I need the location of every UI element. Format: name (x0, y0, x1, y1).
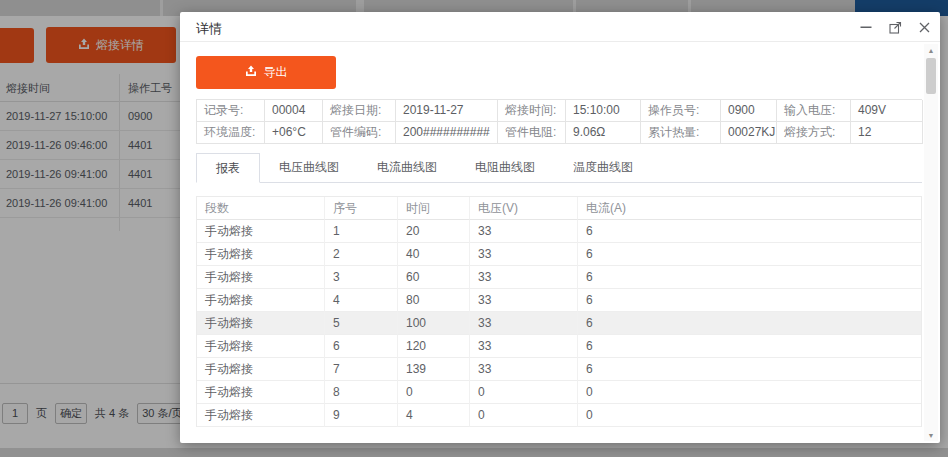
index-cell: 8 (325, 381, 398, 404)
scroll-thumb[interactable] (926, 58, 936, 94)
current-cell: 6 (578, 335, 921, 358)
segment-table-header: 段数序号时间电压(V)电流(A) (197, 197, 921, 220)
index-cell: 2 (325, 243, 398, 266)
segment-cell: 手动熔接 (197, 335, 325, 358)
segment-cell: 手动熔接 (197, 220, 325, 243)
info-cell: 管件编码: (323, 122, 396, 144)
time-cell: 20 (398, 220, 470, 243)
time-cell: 60 (398, 266, 470, 289)
info-cell: 操作员号: (641, 100, 721, 122)
voltage-cell: 33 (470, 335, 578, 358)
current-cell: 6 (578, 289, 921, 312)
voltage-cell: 33 (470, 289, 578, 312)
current-cell: 6 (578, 220, 921, 243)
index-cell: 7 (325, 358, 398, 381)
column-header: 段数 (197, 197, 325, 220)
index-cell: 6 (325, 335, 398, 358)
tab[interactable]: 电流曲线图 (358, 153, 456, 183)
info-cell: +06°C (265, 122, 323, 144)
index-cell: 4 (325, 289, 398, 312)
table-row[interactable]: 手动熔接 9 4 0 0 (197, 404, 921, 427)
info-cell: 输入电压: (777, 100, 851, 122)
table-row[interactable]: 手动熔接 8 0 0 0 (197, 381, 921, 404)
window-controls (858, 19, 932, 35)
segment-cell: 手动熔接 (197, 358, 325, 381)
maximize-button[interactable] (887, 19, 903, 35)
export-label: 导出 (264, 64, 288, 81)
voltage-cell: 33 (470, 358, 578, 381)
info-cell: 熔接日期: (323, 100, 396, 122)
minimize-button[interactable] (858, 19, 874, 35)
record-info-grid: 记录号:00004熔接日期:2019-11-27熔接时间:15:10:00操作员… (196, 99, 922, 144)
index-cell: 9 (325, 404, 398, 427)
column-header: 电压(V) (470, 197, 578, 220)
tab[interactable]: 电压曲线图 (260, 153, 358, 183)
table-row[interactable]: 手动熔接 3 60 33 6 (197, 266, 921, 289)
voltage-cell: 33 (470, 243, 578, 266)
info-cell: 200########## (396, 122, 498, 144)
scroll-down-arrow[interactable]: ▼ (924, 429, 938, 441)
info-cell: 0900 (721, 100, 777, 122)
segment-cell: 手动熔接 (197, 381, 325, 404)
table-row[interactable]: 手动熔接 6 120 33 6 (197, 335, 921, 358)
time-cell: 0 (398, 381, 470, 404)
current-cell: 0 (578, 404, 921, 427)
column-header: 序号 (325, 197, 398, 220)
info-cell: 累计热量: (641, 122, 721, 144)
info-cell: 熔接时间: (498, 100, 566, 122)
time-cell: 40 (398, 243, 470, 266)
index-cell: 1 (325, 220, 398, 243)
time-cell: 139 (398, 358, 470, 381)
time-cell: 4 (398, 404, 470, 427)
close-icon[interactable] (916, 19, 932, 35)
current-cell: 6 (578, 266, 921, 289)
info-cell: 记录号: (197, 100, 265, 122)
table-row[interactable]: 手动熔接 4 80 33 6 (197, 289, 921, 312)
segment-table: 段数序号时间电压(V)电流(A) 手动熔接 1 20 33 6 手动熔接 2 4… (196, 196, 922, 427)
table-row[interactable]: 手动熔接 5 100 33 6 (197, 312, 921, 335)
info-cell: 15:10:00 (566, 100, 641, 122)
info-cell: 9.06Ω (566, 122, 641, 144)
time-cell: 120 (398, 335, 470, 358)
info-cell: 409V (851, 100, 923, 122)
time-cell: 80 (398, 289, 470, 312)
detail-dialog: 详情 导出 (180, 12, 940, 443)
time-cell: 100 (398, 312, 470, 335)
voltage-cell: 33 (470, 220, 578, 243)
segment-cell: 手动熔接 (197, 289, 325, 312)
segment-cell: 手动熔接 (197, 243, 325, 266)
column-header: 时间 (398, 197, 470, 220)
info-cell: 00004 (265, 100, 323, 122)
voltage-cell: 0 (470, 381, 578, 404)
dialog-header: 详情 (180, 12, 940, 42)
dialog-body: 导出 记录号:00004熔接日期:2019-11-27熔接时间:15:10:00… (196, 42, 922, 427)
voltage-cell: 33 (470, 312, 578, 335)
curve-tabs: 报表电压曲线图电流曲线图电阻曲线图温度曲线图 (196, 153, 922, 183)
current-cell: 0 (578, 381, 921, 404)
tab[interactable]: 报表 (196, 153, 260, 183)
tab[interactable]: 温度曲线图 (554, 153, 652, 183)
dialog-title: 详情 (196, 20, 222, 38)
table-row[interactable]: 手动熔接 2 40 33 6 (197, 243, 921, 266)
segment-cell: 手动熔接 (197, 312, 325, 335)
screen: 熔接详情 熔接时间 操作工号 2019-11-27 15:10:00 0900 … (0, 0, 948, 457)
index-cell: 3 (325, 266, 398, 289)
voltage-cell: 0 (470, 404, 578, 427)
table-row[interactable]: 手动熔接 1 20 33 6 (197, 220, 921, 243)
current-cell: 6 (578, 243, 921, 266)
export-icon (245, 65, 257, 80)
info-cell: 环境温度: (197, 122, 265, 144)
table-row[interactable]: 手动熔接 7 139 33 6 (197, 358, 921, 381)
tab[interactable]: 电阻曲线图 (456, 153, 554, 183)
info-cell: 00027KJ (721, 122, 777, 144)
segment-cell: 手动熔接 (197, 404, 325, 427)
export-button[interactable]: 导出 (196, 56, 336, 89)
segment-table-body: 手动熔接 1 20 33 6 手动熔接 2 40 33 6 手动熔接 3 (197, 220, 921, 427)
scroll-up-arrow[interactable]: ▲ (924, 44, 938, 56)
info-cell: 熔接方式: (777, 122, 851, 144)
info-cell: 2019-11-27 (396, 100, 498, 122)
column-header: 电流(A) (578, 197, 921, 220)
scrollbar[interactable]: ▲ ▼ (924, 44, 938, 441)
info-cell: 管件电阻: (498, 122, 566, 144)
current-cell: 6 (578, 312, 921, 335)
